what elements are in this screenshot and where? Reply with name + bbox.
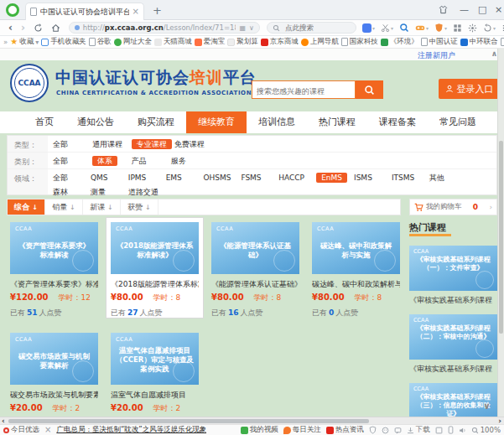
filter-option-selected[interactable]: 体系 xyxy=(92,156,117,166)
nav-continuing-education[interactable]: 继续教育 xyxy=(186,111,247,133)
filter-option[interactable]: 道路交通 xyxy=(128,188,158,196)
status-shield-icon[interactable] xyxy=(369,426,377,434)
filter-option[interactable]: 全部 xyxy=(53,173,68,182)
bookmark-gov[interactable]: 国家科技 xyxy=(341,37,378,47)
course-card[interactable]: CCAA温室气体自愿减排项目（CCER）审定与核查及案例实践 温室气体自愿减排项… xyxy=(111,333,199,417)
bookmark-jd[interactable]: 京东商城 xyxy=(261,37,299,47)
filter-option[interactable]: ITSMS xyxy=(392,173,414,182)
collapse-arrow-icon[interactable]: ∧ xyxy=(491,49,497,58)
register-link[interactable]: 注册新用户 xyxy=(418,50,455,61)
hot-course-thumbnail[interactable]: CCAA 《审核实践基础系列课程（二）：审核中的沟通》 xyxy=(409,314,497,360)
screenshot-scissors-icon[interactable]: ▾ xyxy=(381,23,393,33)
hot-course-caption[interactable]: 《审核实践基础系列课程 xyxy=(409,364,497,375)
sort-sales[interactable]: 销量 ↓ xyxy=(45,199,83,215)
close-button[interactable]: × xyxy=(495,5,502,15)
bookmark-env[interactable]: 《环境》 xyxy=(381,37,418,47)
browser-logo-icon[interactable] xyxy=(6,3,19,17)
scroll-down-chevron-icon[interactable]: ∨ xyxy=(483,401,491,412)
sort-comprehensive[interactable]: 综合 ↓ xyxy=(8,199,45,215)
status-speaker-icon[interactable] xyxy=(459,427,466,434)
games-gamepad-icon[interactable]: ▾ xyxy=(415,23,429,33)
bookmark-juhuasuan[interactable]: 聚划算 xyxy=(227,37,258,47)
status-download[interactable]: 下载 xyxy=(407,425,430,435)
minimize-button[interactable]: — xyxy=(460,5,469,15)
skin-button-icon[interactable] xyxy=(439,5,448,14)
hot-course-caption[interactable]: 《审核实践基础系列课程 xyxy=(409,295,497,306)
themes-flower-icon[interactable] xyxy=(468,23,477,33)
filter-option[interactable]: 森林 xyxy=(53,188,68,196)
filter-option-selected[interactable]: 专业课程 xyxy=(132,139,172,149)
filter-option[interactable]: 全部 xyxy=(53,140,68,148)
horizontal-scrollbar[interactable]: ‹ › xyxy=(0,417,504,424)
bookmark-ccaa[interactable]: 中国认证 xyxy=(421,37,458,47)
filter-option[interactable]: ISMS xyxy=(354,173,372,182)
cart-box[interactable]: 我的购物车 0 › xyxy=(409,199,497,215)
nav-hot-courses[interactable]: 热门课程 xyxy=(307,111,367,133)
maximize-button[interactable]: □ xyxy=(478,5,486,15)
bookmark-favorites[interactable]: ★收藏▾ xyxy=(10,37,39,47)
status-chat-icon[interactable] xyxy=(394,427,402,434)
my-videos[interactable]: 我的视频 xyxy=(241,425,278,435)
status-window-icon[interactable] xyxy=(435,427,443,434)
news-ticker-link[interactable]: 广电总局：坚决抵制“耽改”之风等泛娱乐化现象 xyxy=(56,425,206,435)
bookmark-tmall[interactable]: 天猫商城 xyxy=(154,37,192,47)
filter-option[interactable]: 免费课程 xyxy=(174,140,205,148)
browser-search-box[interactable] xyxy=(267,22,356,34)
filter-option-selected[interactable]: EnMS xyxy=(316,173,347,183)
sort-new[interactable]: 新课 ↓ xyxy=(83,199,121,215)
nav-training-info[interactable]: 培训信息 xyxy=(247,111,307,133)
browser-tab[interactable]: 中国认证认可协会培训平台 × xyxy=(25,3,144,20)
news-close-icon[interactable]: × xyxy=(44,426,51,434)
forward-button[interactable]: › xyxy=(21,22,25,34)
new-tab-button[interactable]: + xyxy=(153,5,162,16)
filter-option[interactable]: 服务 xyxy=(171,157,186,165)
status-zoom[interactable]: 100% xyxy=(471,426,501,434)
nav-course-filing[interactable]: 课程备案 xyxy=(367,111,428,133)
course-card[interactable]: CCAA《2018版能源管理体系标准解读》 《2018版能源管理体系标准 ¥80… xyxy=(111,222,199,318)
apps-grid-icon[interactable] xyxy=(453,23,462,33)
filter-option[interactable]: FSMS xyxy=(241,173,261,182)
filter-option[interactable]: OHSMS xyxy=(204,173,231,182)
nav-home[interactable]: 首页 xyxy=(23,111,65,133)
nav-faq[interactable]: 常见问题 xyxy=(428,111,488,133)
filter-option[interactable]: 全部 xyxy=(53,157,68,165)
vertical-scrollbar[interactable] xyxy=(497,49,504,417)
hot-course-thumbnail[interactable]: CCAA 《审核实践基础系列课程（一）：文件审查》 xyxy=(409,246,497,291)
bookmark-mobile[interactable]: 手机收藏夹 xyxy=(41,37,86,47)
status-phone-icon[interactable] xyxy=(448,426,454,434)
bookmark-google[interactable]: 谷歌 xyxy=(89,37,112,47)
search-magnifier-icon[interactable] xyxy=(399,23,409,33)
bookmark-cec[interactable]: 中环联合 xyxy=(460,37,498,47)
bookmarks-panel-icon[interactable]: » xyxy=(3,38,8,46)
course-card[interactable]: CCAA《资产管理体系要求》标准解读 《资产管理体系要求》标准 ¥120.00学… xyxy=(10,222,98,318)
filter-option[interactable]: IPMS xyxy=(128,173,147,182)
refresh-button[interactable] xyxy=(34,23,43,33)
filter-option[interactable]: 其他 xyxy=(429,173,444,182)
bookmark-share[interactable]: 【分享】 xyxy=(501,37,504,47)
undo-history-icon[interactable]: ▾ xyxy=(483,23,496,33)
bookmark-webnav[interactable]: 上网导航 xyxy=(301,37,339,47)
hot-news[interactable]: 热点资讯 xyxy=(326,425,364,435)
filter-option[interactable]: 产品 xyxy=(132,157,147,165)
filter-option[interactable]: EMS xyxy=(166,173,182,182)
nav-notices[interactable]: 通知公告 xyxy=(65,111,126,133)
bookmark-taobao[interactable]: 爱淘宝 xyxy=(195,37,226,47)
course-card[interactable]: CCAA碳交易市场政策与机制要素解析 碳交易市场政策与机制要素 ¥20.00学时… xyxy=(10,333,98,417)
course-card[interactable]: CCAA碳达峰、碳中和政策解析与实施 碳达峰、碳中和政策解析与 ¥80.00学时… xyxy=(312,222,400,318)
status-emoji-icon[interactable] xyxy=(382,427,389,434)
filter-option[interactable]: HACCP xyxy=(278,173,304,182)
daily-follow[interactable]: 每日关注 xyxy=(283,425,321,435)
translate-icon[interactable]: ▾ xyxy=(362,23,375,33)
filter-option[interactable]: QMS xyxy=(91,173,108,182)
nav-purchase-flow[interactable]: 购买流程 xyxy=(126,111,186,133)
course-search-button[interactable] xyxy=(356,80,383,99)
bookmark-sites[interactable]: 网址大全 xyxy=(114,37,152,47)
hot-course-thumbnail[interactable]: CCAA 《审核实践基础系列课程（三）：信息的收集和验证》 xyxy=(409,383,497,417)
site-info-icon[interactable] xyxy=(75,25,80,30)
course-card[interactable]: CCAA《能源管理体系认证基础》 《能源管理体系认证基础》 ¥80.00学时：8… xyxy=(211,222,299,318)
filter-option[interactable]: 通用课程 xyxy=(92,140,122,148)
sort-likes[interactable]: 获赞 ↓ xyxy=(121,199,158,215)
filter-option[interactable]: 测量 xyxy=(91,188,106,196)
browser-search-input[interactable] xyxy=(283,23,351,33)
back-button[interactable]: ‹ xyxy=(8,22,13,34)
